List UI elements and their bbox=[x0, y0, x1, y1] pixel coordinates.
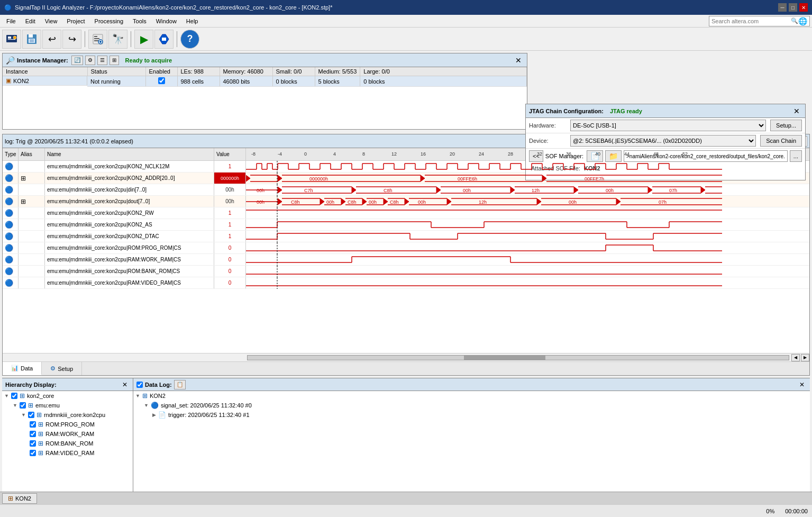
jtag-setup-button[interactable]: Setup... bbox=[770, 120, 802, 131]
svg-text:00h: 00h bbox=[569, 199, 577, 205]
jtag-device-row: Device: @2: 5CSEBA6(.|ES)/5CSEMA6/... (0… bbox=[526, 133, 805, 149]
toolbar-redo-button[interactable]: ↪ bbox=[62, 30, 81, 49]
signal-row-dtac[interactable]: 🔵 emu:emu|rndmnkiii_core:kon2cpu|KON2_DT… bbox=[3, 231, 809, 242]
menu-project[interactable]: Project bbox=[62, 17, 89, 25]
maximize-button[interactable]: □ bbox=[789, 3, 797, 12]
wave-addr: 000000h 00FFE6h 00FFE7h bbox=[246, 173, 809, 184]
toolbar-node-finder-button[interactable] bbox=[88, 30, 107, 49]
hier-icon-7: ⊞ bbox=[38, 449, 43, 457]
menu-window[interactable]: Window bbox=[152, 17, 181, 25]
jtag-status: JTAG ready bbox=[610, 108, 642, 114]
toolbar-home-button[interactable] bbox=[2, 30, 21, 49]
instance-close-button[interactable]: ✕ bbox=[513, 56, 524, 65]
instance-view2-button[interactable]: ⊞ bbox=[110, 56, 119, 65]
wave-scrollbar-track[interactable] bbox=[247, 355, 789, 360]
data-tab-label: Data bbox=[21, 365, 33, 371]
datalog-checkbox[interactable] bbox=[136, 382, 143, 388]
col-memory: Memory: 46080 bbox=[220, 67, 272, 76]
hier-icon-4: ⊞ bbox=[38, 421, 43, 428]
hierarchy-item-workram[interactable]: ⊞ RAM:WORK_RAM bbox=[2, 429, 133, 439]
signal-row-din[interactable]: 🔵 emu:emu|rndmnkiii_core:kon2cpu|din[7..… bbox=[3, 184, 809, 196]
altera-globe-icon: 🌐 bbox=[798, 17, 807, 25]
svg-text:20: 20 bbox=[450, 151, 455, 157]
hierarchy-item-progrom[interactable]: ⊞ ROM:PROG_ROM bbox=[2, 420, 133, 429]
instance-row-kon2[interactable]: ▣ KON2 Not running 988 cells 46080 bits … bbox=[3, 76, 527, 87]
hierarchy-item-emu[interactable]: ▼ ⊞ emu:emu bbox=[2, 401, 133, 410]
sig-val-workram: 0 bbox=[214, 254, 246, 265]
instance-scan-button[interactable]: ⚙ bbox=[85, 56, 95, 65]
sig-name-dout: emu:emu|rndmnkiii_core:kon2cpu|dout[7..0… bbox=[45, 196, 214, 207]
jtag-hardware-select[interactable]: DE-SoC [USB-1] bbox=[570, 120, 766, 131]
hier-check-3[interactable] bbox=[28, 412, 34, 418]
col-header-name: Name bbox=[45, 148, 214, 160]
minimize-button[interactable]: ─ bbox=[778, 3, 787, 12]
svg-text:00h: 00h bbox=[257, 199, 264, 205]
toolbar-save-button[interactable] bbox=[22, 30, 41, 49]
instance-refresh-button[interactable]: 🔄 bbox=[71, 56, 83, 65]
toolbar-help-button[interactable]: ? bbox=[180, 30, 199, 49]
search-box[interactable]: 🔍 🌐 bbox=[709, 16, 810, 26]
signal-row-bankrom[interactable]: 🔵 emu:emu|rndmnkiii_core:kon2cpu|ROM:BAN… bbox=[3, 266, 809, 277]
datalog-close-button[interactable]: ✕ bbox=[797, 381, 807, 388]
toolbar-autofit-button[interactable]: 🔭 bbox=[108, 30, 127, 49]
datalog-item-trigger[interactable]: ▶ 📄 trigger: 2020/06/25 11:32:40 #1 bbox=[133, 410, 810, 420]
hierarchy-item-kon2core[interactable]: ▼ ⊞ kon2_core bbox=[2, 391, 133, 401]
hierarchy-item-bankrom[interactable]: ⊞ ROM:BANK_ROM bbox=[2, 439, 133, 448]
menu-processing[interactable]: Processing bbox=[90, 17, 127, 25]
hier-check-6[interactable] bbox=[30, 440, 36, 447]
menu-help[interactable]: Help bbox=[182, 17, 203, 25]
datalog-panel: Data Log: 📋 ✕ ▼ ⊞ KON2 ▼ 🔵 signal_set: 2… bbox=[133, 378, 810, 492]
menu-edit[interactable]: Edit bbox=[21, 17, 40, 25]
jtag-close-button[interactable]: ✕ bbox=[791, 107, 802, 115]
instance-enabled-checkbox[interactable] bbox=[158, 77, 165, 84]
svg-text:36: 36 bbox=[566, 151, 571, 157]
jtag-device-select[interactable]: @2: 5CSEBA6(.|ES)/5CSEMA6/... (0x02D020D… bbox=[570, 135, 756, 147]
hier-check-1[interactable] bbox=[11, 393, 17, 399]
signal-row-rw[interactable]: 🔵 emu:emu|rndmnkiii_core:kon2cpu|KON2_RW… bbox=[3, 207, 809, 219]
wave-scrollbar[interactable]: ◀ ▶ bbox=[3, 353, 809, 361]
signal-row-as[interactable]: 🔵 emu:emu|rndmnkiii_core:kon2cpu|KON2_AS… bbox=[3, 219, 809, 231]
signal-header: Type Alias Name Value -8 -4 0 4 8 12 16 … bbox=[3, 148, 809, 161]
signal-row-progrom[interactable]: 🔵 emu:emu|rndmnkiii_core:kon2cpu|ROM:PRO… bbox=[3, 242, 809, 254]
svg-marker-192 bbox=[447, 198, 451, 205]
hier-check-2[interactable] bbox=[20, 402, 26, 409]
signal-row-addr[interactable]: 🔵 ⊞ emu:emu|rndmnkiii_core:kon2cpu|KON2_… bbox=[3, 173, 809, 184]
tab-data[interactable]: 📊 Data bbox=[3, 362, 42, 375]
hier-check-4[interactable] bbox=[30, 421, 36, 428]
bottom-tab-kon2[interactable]: ⊞ KON2 bbox=[2, 493, 37, 504]
scroll-right-button[interactable]: ▶ bbox=[801, 354, 809, 361]
signal-row-videoram[interactable]: 🔵 emu:emu|rndmnkiii_core:kon2cpu|RAM:VID… bbox=[3, 277, 809, 289]
sig-alias-workram bbox=[19, 254, 45, 265]
toolbar-separator-3 bbox=[177, 31, 177, 47]
sig-name-bankrom: emu:emu|rndmnkiii_core:kon2cpu|ROM:BANK_… bbox=[45, 266, 214, 277]
instance-view1-button[interactable]: ☰ bbox=[97, 56, 107, 65]
datalog-item-signalset[interactable]: ▼ 🔵 signal_set: 2020/06/25 11:32:40 #0 bbox=[133, 401, 810, 410]
hier-check-7[interactable] bbox=[30, 450, 36, 456]
hierarchy-item-videoram[interactable]: ⊞ RAM:VIDEO_RAM bbox=[2, 448, 133, 458]
toolbar-undo-button[interactable]: ↩ bbox=[42, 30, 61, 49]
hierarchy-item-kon2cpu[interactable]: ▼ ⊞ rndmnkiii_core:kon2cpu bbox=[2, 410, 133, 420]
toolbar-stop-button[interactable] bbox=[154, 30, 174, 49]
hierarchy-close-button[interactable]: ✕ bbox=[120, 381, 130, 388]
wave-progrom bbox=[246, 242, 809, 254]
close-button[interactable]: ✕ bbox=[799, 3, 808, 12]
toolbar-run-button[interactable]: ▶ bbox=[134, 30, 153, 49]
search-input[interactable] bbox=[711, 18, 791, 24]
menu-tools[interactable]: Tools bbox=[129, 17, 151, 25]
datalog-item-kon2[interactable]: ▼ ⊞ KON2 bbox=[133, 391, 810, 401]
signal-row-nclk[interactable]: 🔵 emu:emu|rndmnkiii_core:kon2cpu|KON2_NC… bbox=[3, 161, 809, 173]
scroll-left-button[interactable]: ◀ bbox=[791, 354, 800, 361]
menu-file[interactable]: File bbox=[2, 17, 20, 25]
signal-row-workram[interactable]: 🔵 emu:emu|rndmnkiii_core:kon2cpu|RAM:WOR… bbox=[3, 254, 809, 266]
col-small: Small: 0/0 bbox=[272, 67, 315, 76]
svg-text:12: 12 bbox=[391, 151, 397, 157]
menu-view[interactable]: View bbox=[41, 17, 62, 25]
signal-row-dout[interactable]: 🔵 ⊞ emu:emu|rndmnkiii_core:kon2cpu|dout[… bbox=[3, 196, 809, 207]
hier-check-5[interactable] bbox=[30, 431, 36, 437]
hier-label-7: RAM:VIDEO_RAM bbox=[45, 450, 94, 456]
tab-setup[interactable]: ⚙ Setup bbox=[42, 362, 82, 375]
wave-scrollbar-thumb[interactable] bbox=[464, 356, 545, 360]
svg-marker-149 bbox=[510, 187, 515, 193]
datalog-icon-button[interactable]: 📋 bbox=[174, 380, 186, 389]
scan-chain-button[interactable]: Scan Chain bbox=[760, 135, 802, 147]
